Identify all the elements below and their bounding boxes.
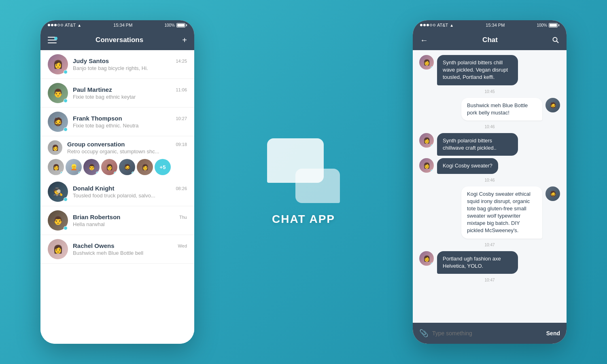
list-item[interactable]: 👩 Judy Santos 14:25 Banjo tote bag bicyc… — [40, 50, 194, 79]
chat-bubble-small — [295, 169, 340, 203]
add-button[interactable]: + — [182, 36, 187, 45]
dot1 — [420, 24, 422, 26]
conv-content: Judy Santos 14:25 Banjo tote bag bicycle… — [73, 57, 187, 71]
conv-time: 08:26 — [176, 186, 187, 191]
group-avatar: 🧔 — [119, 159, 135, 175]
msg-avatar: 👩 — [419, 133, 434, 148]
conv-content: Paul Martinez 11:06 Fixie tote bag ethni… — [73, 86, 187, 100]
chat-input[interactable] — [432, 330, 542, 336]
online-dot — [64, 226, 68, 230]
status-left-right: AT&T ▲ — [420, 23, 454, 28]
message-timestamp: 10:46 — [419, 178, 560, 182]
msg-avatar: 👩 — [419, 55, 434, 70]
message-bubble: Synth polaroid bitters chill wave pickle… — [437, 55, 518, 85]
conv-name: Judy Santos — [73, 57, 109, 64]
avatar-wrap: 👨 — [48, 83, 68, 103]
group-avatar: 👩 — [137, 159, 153, 175]
online-dot — [132, 171, 135, 175]
message-row: 👩 Kogi Cosby sweater? — [419, 158, 560, 174]
battery-left — [176, 23, 187, 28]
conv-header: Frank Thompson 10:27 — [73, 115, 187, 122]
group-avatar: 👨 — [83, 159, 100, 175]
chat-input-bar: 📎 Send — [413, 323, 567, 344]
avatar-wrap: 👩 — [48, 140, 62, 155]
wifi-icon-left: ▲ — [77, 23, 81, 28]
search-button[interactable] — [552, 36, 559, 44]
menu-icon-wrap[interactable] — [48, 37, 57, 43]
status-bar-left: AT&T ▲ 15:34 PM 100% — [40, 20, 194, 30]
wifi-icon-right: ▲ — [450, 23, 454, 28]
status-right-right: 100% — [537, 23, 559, 28]
conv-preview: Bushwick meh Blue Bottle bell — [73, 250, 187, 256]
group-avatar: 👩 — [48, 159, 64, 175]
online-dot — [431, 66, 434, 70]
conv-time: 09:18 — [176, 142, 187, 147]
conv-preview: Tousled food truck polaroid, salvo... — [73, 193, 187, 199]
send-button[interactable]: Send — [546, 330, 560, 336]
message-bubble: Kogi Cosby sweater? — [437, 158, 498, 174]
online-dot — [431, 169, 434, 173]
group-avatars: 👩 👱 👨 👩 — [40, 157, 194, 178]
nav-bar-left: Conversations + — [40, 30, 194, 50]
msg-avatar: 👩 — [419, 158, 434, 173]
conv-preview: Retro occupy organic, stumptown shc... — [67, 148, 187, 154]
list-item[interactable]: 🕵️ Donald Knight 08:26 Tousled food truc… — [40, 178, 194, 206]
search-icon — [552, 36, 559, 44]
conv-content: Rachel Owens Wed Bushwick meh Blue Bottl… — [73, 242, 187, 256]
chat-messages[interactable]: 👩 Synth polaroid bitters chill wave pick… — [413, 50, 567, 323]
msg-avatar: 🧔 — [545, 98, 560, 112]
conv-content: Frank Thompson 10:27 Fixie tote bag ethn… — [73, 115, 187, 129]
back-button[interactable]: ← — [420, 36, 428, 45]
conv-preview: Hella narwhal — [73, 221, 187, 227]
conv-name: Donald Knight — [73, 185, 114, 192]
dot4 — [430, 24, 432, 26]
chat-logo — [267, 138, 340, 203]
conv-name: Frank Thompson — [73, 115, 122, 122]
conv-time: Thu — [179, 215, 187, 220]
attach-icon[interactable]: 📎 — [419, 329, 428, 338]
notification-dot — [54, 37, 57, 40]
battery-percent-right: 100% — [537, 23, 547, 28]
message-bubble: Synth polaroid bitters chillwave craft p… — [437, 133, 518, 156]
conv-header: Rachel Owens Wed — [73, 242, 187, 249]
battery-right — [549, 23, 559, 28]
online-dot — [114, 171, 117, 175]
list-item[interactable]: 👨 Paul Martinez 11:06 Fixie tote bag eth… — [40, 79, 194, 108]
conv-preview: Fixie tote bag ethnic. Neutra — [73, 123, 187, 129]
message-bubble: Bushwick meh Blue Bottle pork belly must… — [461, 98, 542, 121]
conv-content: Brian Robertson Thu Hella narwhal — [73, 214, 187, 227]
group-avatar: 👩 — [101, 159, 117, 175]
online-dot — [64, 197, 68, 201]
group-avatar: 👱 — [66, 159, 82, 175]
conv-header: Donald Knight 08:26 — [73, 185, 187, 192]
group-conv-header[interactable]: 👩 Group conversation 09:18 Retro occupy … — [40, 136, 194, 157]
dot4 — [57, 24, 60, 26]
message-timestamp: 10:47 — [419, 278, 560, 282]
conv-header: Paul Martinez 11:06 — [73, 86, 187, 93]
message-timestamp: 10:47 — [419, 243, 560, 247]
list-item[interactable]: 👨 Brian Robertson Thu Hella narwhal — [40, 206, 194, 235]
list-item[interactable]: 🧔 Frank Thompson 10:27 Fixie tote bag et… — [40, 108, 194, 136]
msg-avatar: 👩 — [419, 251, 434, 266]
list-item[interactable]: 👩 Rachel Owens Wed Bushwick meh Blue Bot… — [40, 235, 194, 264]
conversations-list[interactable]: 👩 Judy Santos 14:25 Banjo tote bag bicyc… — [40, 50, 194, 344]
avatar-wrap: 👩 — [48, 239, 68, 259]
message-timestamp: 10:45 — [419, 89, 560, 94]
conv-time: Wed — [178, 243, 187, 248]
conv-header: Brian Robertson Thu — [73, 214, 187, 220]
signal-dots — [48, 24, 63, 26]
conv-name: Paul Martinez — [73, 86, 112, 93]
msg-avatar: 🧔 — [545, 186, 560, 201]
group-more-button[interactable]: +5 — [155, 159, 171, 175]
avatar-wrap: 👩 — [48, 54, 68, 74]
conv-time: 14:25 — [176, 59, 187, 63]
message-bubble: Portland ugh fashion axe Helvetica, YOLO… — [437, 251, 518, 274]
online-dot — [431, 262, 434, 266]
conv-time: 11:06 — [176, 87, 187, 92]
carrier-right: AT&T — [437, 23, 448, 28]
online-dot — [78, 171, 81, 175]
message-row: 👩 Synth polaroid bitters chill wave pick… — [419, 55, 560, 85]
dot1 — [48, 24, 50, 26]
svg-line-4 — [557, 41, 559, 43]
online-dot — [431, 144, 434, 148]
